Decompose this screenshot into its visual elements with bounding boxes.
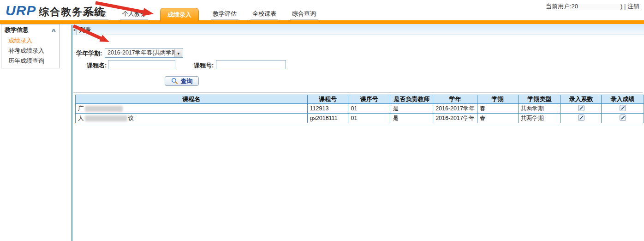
course-no-label: 课程号: [194, 61, 214, 70]
course-name-label: 课程名: [87, 61, 107, 70]
col-course-name: 课程名 [76, 95, 308, 104]
current-user-prefix: 当前用户:20 [546, 3, 578, 10]
search-icon [171, 78, 178, 84]
logo-urp-text: URP [6, 3, 36, 18]
term-select-value: 2016-2017学年春(共两学期) [107, 49, 179, 56]
cell-is-lead-teacher: 是 [390, 114, 433, 123]
top-header: URP综合教务系统 当前用户:20) | 注销 我要留意 个人教务 成绩录入 教… [0, 0, 644, 20]
course-no-input[interactable] [216, 60, 286, 69]
term-label: 学年学期: [76, 49, 102, 58]
col-enter-coefficient: 录入系数 [561, 95, 602, 104]
col-class-no: 课序号 [348, 95, 390, 104]
edit-coefficient-button[interactable] [578, 114, 584, 121]
current-user-info: 当前用户:20) | 注销 [546, 2, 639, 11]
term-select[interactable]: 2016-2017学年春(共两学期) ▼ [105, 48, 183, 58]
col-is-lead-teacher: 是否负责教师 [390, 95, 433, 104]
table-row: 广 112913 01 是 2016-2017学年 春 共两学期 [76, 104, 644, 114]
course-name-redaction [85, 115, 127, 121]
left-triangle-icon: ◄ [73, 28, 76, 31]
cell-class-no: 01 [348, 104, 390, 114]
cell-enter-grades [602, 114, 644, 123]
col-enter-grades: 录入成绩 [602, 95, 644, 104]
main-panel: ◄ 列表 学年学期: 2016-2017学年春(共两学期) ▼ 课程名: 课程号… [72, 25, 644, 241]
tab-grade-entry[interactable]: 成绩录入 [160, 8, 199, 22]
cell-course-no: gs2016111 [307, 114, 348, 123]
cell-term-type: 共两学期 [518, 114, 561, 123]
edit-pencil-icon [578, 114, 584, 121]
cell-course-no: 112913 [307, 104, 348, 114]
chevron-down-icon: ▼ [177, 52, 180, 56]
tab-comprehensive-query[interactable]: 综合查询 [290, 10, 318, 19]
horizontal-divider [73, 92, 643, 93]
tab-personal-affairs[interactable]: 个人教务 [120, 10, 148, 19]
col-term-type: 学期类型 [518, 95, 561, 104]
cell-enter-grades [602, 104, 644, 114]
sidebar-group-header[interactable]: 教学信息 ∧ [1, 24, 60, 36]
search-button-label: 查询 [181, 77, 193, 85]
sidebar-item-makeup-grade-entry[interactable]: 补考成绩录入 [1, 46, 60, 56]
current-user-suffix: ) | [620, 3, 627, 10]
table-row: 人议 gs2016111 01 是 2016-2017学年 春 共两学期 [76, 114, 644, 123]
cell-term: 春 [477, 104, 518, 114]
top-nav-tabs: 我要留意 个人教务 成绩录入 教学评估 全校课表 综合查询 [81, 0, 318, 20]
select-dropdown-zone[interactable]: ▼ [174, 49, 182, 57]
search-form: 学年学期: 2016-2017学年春(共两学期) ▼ 课程名: 课程号: 查询 [72, 35, 644, 90]
orange-accent-bar [0, 20, 644, 24]
cell-course-name: 广 [76, 104, 308, 114]
user-id-redaction [578, 4, 620, 10]
cell-year: 2016-2017学年 [433, 114, 477, 123]
course-name-input[interactable] [108, 60, 175, 69]
course-name-visible-text: 人 [78, 115, 84, 121]
panel-title-bar: ◄ 列表 [72, 25, 644, 35]
sidebar-item-historical-grade-query[interactable]: 历年成绩查询 [1, 56, 60, 66]
panel-title-text: 列表 [79, 26, 91, 33]
search-button[interactable]: 查询 [165, 76, 199, 86]
edit-pencil-icon [620, 105, 626, 111]
col-year: 学年 [433, 95, 477, 104]
edit-grades-button[interactable] [620, 114, 626, 121]
sidebar-menu-teaching-info: 教学信息 ∧ 成绩录入 补考成绩录入 历年成绩查询 [1, 24, 60, 68]
chevron-up-icon[interactable]: ∧ [50, 27, 57, 33]
sidebar: 教学信息 ∧ 成绩录入 补考成绩录入 历年成绩查询 [0, 25, 72, 241]
collapse-panel-handle[interactable]: ◄ [72, 25, 77, 35]
course-table: 课程名 课程号 课序号 是否负责教师 学年 学期 学期类型 录入系数 录入成绩 … [75, 95, 644, 123]
tab-school-timetable[interactable]: 全校课表 [250, 10, 278, 19]
edit-coefficient-button[interactable] [578, 105, 584, 111]
sidebar-group-title: 教学信息 [5, 26, 29, 34]
table-header-row: 课程名 课程号 课序号 是否负责教师 学年 学期 学期类型 录入系数 录入成绩 [76, 95, 644, 104]
cell-is-lead-teacher: 是 [390, 104, 433, 114]
cell-term: 春 [477, 114, 518, 123]
course-name-visible-text: 广 [78, 105, 84, 112]
cell-class-no: 01 [348, 114, 390, 123]
edit-pencil-icon [578, 105, 584, 111]
sidebar-item-grade-entry[interactable]: 成绩录入 [1, 36, 60, 46]
cell-enter-coefficient [561, 114, 602, 123]
page: URP综合教务系统 当前用户:20) | 注销 我要留意 个人教务 成绩录入 教… [0, 0, 644, 241]
logout-link[interactable]: 注销 [627, 3, 639, 10]
col-term: 学期 [477, 95, 518, 104]
cell-term-type: 共两学期 [518, 104, 561, 114]
tab-woyaoliuyi[interactable]: 我要留意 [81, 10, 108, 19]
cell-year: 2016-2017学年 [433, 104, 477, 114]
edit-grades-button[interactable] [620, 105, 626, 111]
cell-course-name: 人议 [76, 114, 308, 123]
edit-pencil-icon [620, 114, 626, 121]
course-name-visible-suffix: 议 [128, 115, 134, 121]
col-course-no: 课程号 [307, 95, 348, 104]
tab-teaching-evaluation[interactable]: 教学评估 [211, 10, 239, 19]
course-name-redaction [85, 106, 123, 112]
cell-enter-coefficient [561, 104, 602, 114]
